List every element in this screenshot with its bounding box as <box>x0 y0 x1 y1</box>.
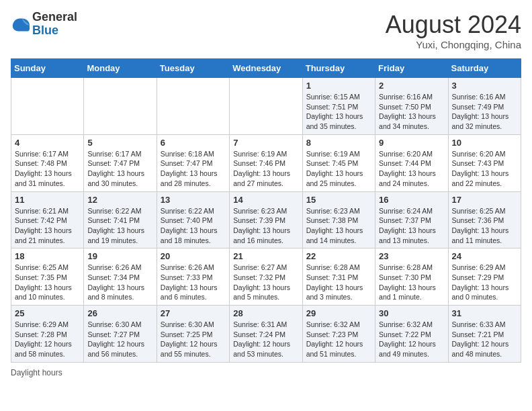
day-number: 18 <box>15 251 80 261</box>
day-info: Sunrise: 6:29 AM Sunset: 7:29 PM Dayligh… <box>452 263 517 302</box>
day-info: Sunrise: 6:19 AM Sunset: 7:46 PM Dayligh… <box>233 149 298 189</box>
table-row: 8Sunrise: 6:19 AM Sunset: 7:45 PM Daylig… <box>302 134 375 191</box>
day-number: 10 <box>452 138 517 148</box>
day-number: 17 <box>452 195 517 205</box>
calendar-table: SundayMondayTuesdayWednesdayThursdayFrid… <box>11 58 521 363</box>
day-number: 12 <box>87 195 152 205</box>
daylight-label: Daylight hours <box>11 368 62 377</box>
day-number: 14 <box>233 195 298 205</box>
table-row: 29Sunrise: 6:32 AM Sunset: 7:23 PM Dayli… <box>302 306 375 363</box>
table-row: 1Sunrise: 6:15 AM Sunset: 7:51 PM Daylig… <box>302 78 375 135</box>
day-info: Sunrise: 6:16 AM Sunset: 7:49 PM Dayligh… <box>452 92 517 132</box>
table-row: 19Sunrise: 6:26 AM Sunset: 7:34 PM Dayli… <box>84 248 157 306</box>
table-row: 25Sunrise: 6:29 AM Sunset: 7:28 PM Dayli… <box>11 306 84 363</box>
day-info: Sunrise: 6:26 AM Sunset: 7:34 PM Dayligh… <box>87 263 152 302</box>
table-row: 13Sunrise: 6:22 AM Sunset: 7:40 PM Dayli… <box>157 191 229 248</box>
table-row <box>230 78 302 135</box>
day-number: 23 <box>379 251 444 261</box>
table-row: 10Sunrise: 6:20 AM Sunset: 7:43 PM Dayli… <box>448 134 521 191</box>
table-row: 22Sunrise: 6:28 AM Sunset: 7:31 PM Dayli… <box>302 248 375 306</box>
day-info: Sunrise: 6:17 AM Sunset: 7:48 PM Dayligh… <box>15 149 80 189</box>
day-number: 24 <box>452 251 517 261</box>
day-number: 6 <box>161 138 226 148</box>
calendar-day-header: Sunday <box>11 59 84 78</box>
calendar-day-header: Saturday <box>448 59 521 78</box>
day-info: Sunrise: 6:21 AM Sunset: 7:42 PM Dayligh… <box>15 206 80 246</box>
table-row: 20Sunrise: 6:26 AM Sunset: 7:33 PM Dayli… <box>157 248 229 306</box>
table-row: 30Sunrise: 6:32 AM Sunset: 7:22 PM Dayli… <box>375 306 448 363</box>
calendar-day-header: Thursday <box>302 59 375 78</box>
calendar-day-header: Monday <box>84 59 157 78</box>
table-row: 16Sunrise: 6:24 AM Sunset: 7:37 PM Dayli… <box>375 191 448 248</box>
day-info: Sunrise: 6:31 AM Sunset: 7:24 PM Dayligh… <box>233 320 298 359</box>
table-row: 23Sunrise: 6:28 AM Sunset: 7:30 PM Dayli… <box>375 248 448 306</box>
day-info: Sunrise: 6:20 AM Sunset: 7:44 PM Dayligh… <box>379 149 444 189</box>
day-info: Sunrise: 6:23 AM Sunset: 7:38 PM Dayligh… <box>306 206 371 246</box>
day-number: 28 <box>233 308 298 318</box>
day-number: 4 <box>15 138 80 148</box>
table-row <box>11 78 84 135</box>
day-number: 22 <box>306 251 371 261</box>
day-number: 5 <box>87 138 152 148</box>
calendar-week-row: 4Sunrise: 6:17 AM Sunset: 7:48 PM Daylig… <box>11 134 521 191</box>
table-row: 27Sunrise: 6:30 AM Sunset: 7:25 PM Dayli… <box>157 306 229 363</box>
day-info: Sunrise: 6:15 AM Sunset: 7:51 PM Dayligh… <box>306 92 371 132</box>
table-row: 4Sunrise: 6:17 AM Sunset: 7:48 PM Daylig… <box>11 134 84 191</box>
day-number: 8 <box>306 138 371 148</box>
table-row: 14Sunrise: 6:23 AM Sunset: 7:39 PM Dayli… <box>230 191 302 248</box>
calendar-day-header: Tuesday <box>157 59 229 78</box>
day-info: Sunrise: 6:17 AM Sunset: 7:47 PM Dayligh… <box>87 149 152 189</box>
day-info: Sunrise: 6:19 AM Sunset: 7:45 PM Dayligh… <box>306 149 371 189</box>
calendar-week-row: 18Sunrise: 6:25 AM Sunset: 7:35 PM Dayli… <box>11 248 521 306</box>
day-info: Sunrise: 6:30 AM Sunset: 7:25 PM Dayligh… <box>161 320 226 359</box>
day-info: Sunrise: 6:32 AM Sunset: 7:22 PM Dayligh… <box>379 320 444 359</box>
day-info: Sunrise: 6:30 AM Sunset: 7:27 PM Dayligh… <box>87 320 152 359</box>
table-row: 26Sunrise: 6:30 AM Sunset: 7:27 PM Dayli… <box>84 306 157 363</box>
day-info: Sunrise: 6:33 AM Sunset: 7:21 PM Dayligh… <box>452 320 517 359</box>
day-info: Sunrise: 6:26 AM Sunset: 7:33 PM Dayligh… <box>161 263 226 302</box>
table-row: 2Sunrise: 6:16 AM Sunset: 7:50 PM Daylig… <box>375 78 448 135</box>
table-row: 18Sunrise: 6:25 AM Sunset: 7:35 PM Dayli… <box>11 248 84 306</box>
table-row: 5Sunrise: 6:17 AM Sunset: 7:47 PM Daylig… <box>84 134 157 191</box>
logo-general: General <box>32 10 77 24</box>
calendar-week-row: 11Sunrise: 6:21 AM Sunset: 7:42 PM Dayli… <box>11 191 521 248</box>
table-row: 7Sunrise: 6:19 AM Sunset: 7:46 PM Daylig… <box>230 134 302 191</box>
day-info: Sunrise: 6:27 AM Sunset: 7:32 PM Dayligh… <box>233 263 298 302</box>
footer-note: Daylight hours <box>11 368 521 377</box>
day-number: 15 <box>306 195 371 205</box>
day-number: 2 <box>379 81 444 91</box>
day-number: 31 <box>452 308 517 318</box>
day-number: 29 <box>306 308 371 318</box>
day-number: 20 <box>161 251 226 261</box>
day-number: 9 <box>379 138 444 148</box>
day-number: 16 <box>379 195 444 205</box>
calendar-day-header: Wednesday <box>230 59 302 78</box>
day-info: Sunrise: 6:16 AM Sunset: 7:50 PM Dayligh… <box>379 92 444 132</box>
day-number: 27 <box>161 308 226 318</box>
table-row: 6Sunrise: 6:18 AM Sunset: 7:47 PM Daylig… <box>157 134 229 191</box>
table-row: 24Sunrise: 6:29 AM Sunset: 7:29 PM Dayli… <box>448 248 521 306</box>
day-info: Sunrise: 6:28 AM Sunset: 7:30 PM Dayligh… <box>379 263 444 302</box>
calendar-day-header: Friday <box>375 59 448 78</box>
day-info: Sunrise: 6:22 AM Sunset: 7:41 PM Dayligh… <box>87 206 152 246</box>
day-number: 26 <box>87 308 152 318</box>
table-row: 3Sunrise: 6:16 AM Sunset: 7:49 PM Daylig… <box>448 78 521 135</box>
day-number: 1 <box>306 81 371 91</box>
day-info: Sunrise: 6:20 AM Sunset: 7:43 PM Dayligh… <box>452 149 517 189</box>
table-row: 11Sunrise: 6:21 AM Sunset: 7:42 PM Dayli… <box>11 191 84 248</box>
page-header: General Blue August 2024 Yuxi, Chongqing… <box>11 11 521 50</box>
day-number: 19 <box>87 251 152 261</box>
location: Yuxi, Chongqing, China <box>386 39 521 50</box>
day-number: 7 <box>233 138 298 148</box>
day-info: Sunrise: 6:25 AM Sunset: 7:35 PM Dayligh… <box>15 263 80 302</box>
day-info: Sunrise: 6:24 AM Sunset: 7:37 PM Dayligh… <box>379 206 444 246</box>
logo-text: General Blue <box>32 11 77 38</box>
month-title: August 2024 <box>386 11 521 39</box>
day-number: 3 <box>452 81 517 91</box>
table-row: 9Sunrise: 6:20 AM Sunset: 7:44 PM Daylig… <box>375 134 448 191</box>
day-number: 21 <box>233 251 298 261</box>
table-row: 17Sunrise: 6:25 AM Sunset: 7:36 PM Dayli… <box>448 191 521 248</box>
table-row: 31Sunrise: 6:33 AM Sunset: 7:21 PM Dayli… <box>448 306 521 363</box>
day-info: Sunrise: 6:22 AM Sunset: 7:40 PM Dayligh… <box>161 206 226 246</box>
day-info: Sunrise: 6:23 AM Sunset: 7:39 PM Dayligh… <box>233 206 298 246</box>
